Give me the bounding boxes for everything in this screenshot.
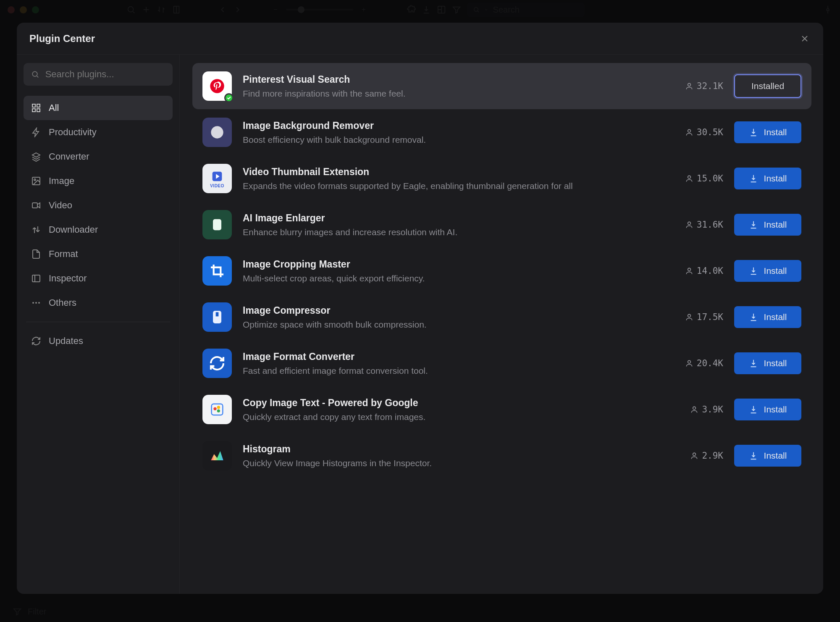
plugin-row[interactable]: Image Format Converter Fast and efficien… (192, 340, 811, 386)
action-label: Install (764, 358, 787, 368)
divider (26, 322, 170, 322)
user-icon (685, 220, 693, 229)
svg-point-23 (688, 222, 690, 225)
plugin-name: Copy Image Text - Powered by Google (243, 397, 679, 409)
sidebar-search-input[interactable] (45, 69, 165, 80)
install-button[interactable]: Install (734, 168, 801, 189)
plugin-name: AI Image Enlarger (243, 213, 674, 224)
sidebar-item-inspector[interactable]: Inspector (24, 266, 173, 291)
svg-point-14 (35, 302, 37, 304)
stack-icon (31, 152, 41, 162)
sidebar-item-label: Inspector (49, 273, 87, 284)
svg-rect-7 (32, 109, 35, 112)
sidebar-item-label: Format (49, 249, 78, 260)
install-button[interactable]: Install (734, 214, 801, 236)
sidebar-item-video[interactable]: Video (24, 193, 173, 218)
plugin-row[interactable]: Image Cropping Master Multi-select crop … (192, 248, 811, 294)
plugin-users-count: 31.6K (685, 220, 723, 230)
sidebar-item-label: Others (49, 297, 76, 308)
svg-point-33 (693, 407, 696, 409)
ocr-icon (202, 395, 232, 424)
plugin-name: Image Format Converter (243, 351, 674, 362)
sidebar-item-others[interactable]: Others (24, 291, 173, 315)
plugin-description: Fast and efficient image format conversi… (243, 366, 674, 376)
plugin-users-count: 15.0K (685, 173, 723, 184)
sidebar-item-downloader[interactable]: Downloader (24, 218, 173, 242)
plugin-users-count: 17.5K (685, 312, 723, 322)
action-label: Install (764, 127, 787, 137)
sidebar-item-image[interactable]: Image (24, 169, 173, 193)
installed-button[interactable]: Installed (734, 74, 801, 98)
sidebar-item-updates[interactable]: Updates (24, 329, 173, 353)
sidebar-item-productivity[interactable]: Productivity (24, 120, 173, 144)
install-button[interactable]: Install (734, 260, 801, 282)
plugin-users-count: 20.4K (685, 358, 723, 368)
plugin-description: Multi-select crop areas, quick export ef… (243, 273, 674, 283)
plugin-name: Video Thumbnail Extension (243, 166, 674, 178)
plugin-row[interactable]: Copy Image Text - Powered by Google Quic… (192, 386, 811, 433)
svg-point-18 (211, 126, 223, 138)
grid-icon (31, 103, 41, 113)
plugin-info: Video Thumbnail Extension Expands the vi… (243, 166, 674, 191)
svg-rect-26 (216, 312, 219, 316)
plugin-description: Find more inspirations with the same fee… (243, 89, 674, 99)
plugin-row[interactable]: Pinterest Visual Search Find more inspir… (192, 63, 811, 109)
plugin-list[interactable]: Pinterest Visual Search Find more inspir… (180, 55, 823, 594)
install-button[interactable]: Install (734, 445, 801, 467)
dots-icon (31, 298, 41, 308)
sidebar-item-label: Productivity (49, 127, 97, 138)
users-value: 32.1K (697, 81, 723, 91)
download-icon (749, 128, 758, 137)
bolt-icon (31, 127, 41, 137)
sidebar-item-converter[interactable]: Converter (24, 144, 173, 169)
plugin-row[interactable]: Image Background Remover Boost efficienc… (192, 109, 811, 155)
user-icon (685, 267, 693, 275)
user-icon (685, 174, 693, 183)
modal-backdrop: Plugin Center All Productivity Converter… (0, 0, 840, 622)
plugin-info: Image Compressor Optimize space with smo… (243, 305, 674, 330)
sidebar: All Productivity Converter Image Video D… (17, 55, 180, 594)
plugin-row[interactable]: VIDEO Video Thumbnail Extension Expands … (192, 155, 811, 202)
install-button[interactable]: Install (734, 121, 801, 143)
plugin-row[interactable]: Histogram Quickly View Image Histograms … (192, 433, 811, 479)
users-value: 2.9K (702, 451, 723, 461)
image-icon (31, 176, 41, 186)
svg-point-13 (32, 302, 34, 304)
user-icon (690, 451, 698, 460)
install-button[interactable]: Install (734, 399, 801, 420)
close-icon (800, 34, 810, 44)
sidebar-item-label: Video (49, 200, 72, 211)
download-icon (749, 220, 758, 229)
plugin-info: Image Background Remover Boost efficienc… (243, 120, 674, 145)
plugin-info: Copy Image Text - Powered by Google Quic… (243, 397, 679, 422)
plugin-description: Quickly extract and copy any text from i… (243, 412, 679, 422)
plugin-users-count: 2.9K (690, 451, 723, 461)
sidebar-search[interactable] (24, 63, 173, 86)
users-value: 3.9K (702, 404, 723, 415)
svg-rect-11 (32, 203, 37, 208)
svg-point-27 (688, 314, 690, 317)
enlarger-icon (202, 210, 232, 239)
svg-point-4 (32, 71, 37, 76)
video-icon (31, 200, 41, 210)
sidebar-item-label: Converter (49, 151, 89, 162)
plugin-name: Pinterest Visual Search (243, 74, 674, 85)
plugin-row[interactable]: AI Image Enlarger Enhance blurry images … (192, 202, 811, 248)
user-icon (685, 313, 693, 321)
download-icon (749, 359, 758, 368)
install-button[interactable]: Install (734, 352, 801, 374)
sidebar-item-format[interactable]: Format (24, 242, 173, 266)
svg-rect-12 (32, 275, 40, 282)
plugin-row[interactable]: Image Compressor Optimize space with smo… (192, 294, 811, 340)
sidebar-item-all[interactable]: All (24, 96, 173, 120)
install-button[interactable]: Install (734, 306, 801, 328)
plugin-center-modal: Plugin Center All Productivity Converter… (17, 23, 823, 594)
plugin-name: Image Background Remover (243, 120, 674, 131)
action-label: Installed (751, 81, 784, 91)
plugin-name: Image Compressor (243, 305, 674, 316)
svg-point-24 (688, 268, 690, 271)
plugin-name: Histogram (243, 444, 679, 455)
plugin-users-count: 14.0K (685, 266, 723, 276)
sidebar-item-label: Image (49, 176, 74, 186)
close-button[interactable] (799, 33, 811, 45)
